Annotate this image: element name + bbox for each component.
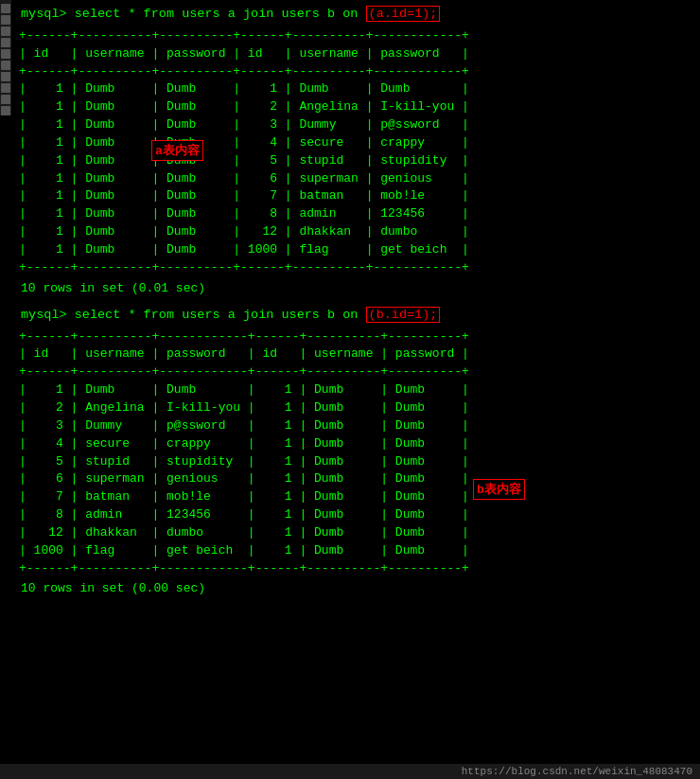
query2-highlight: (b.id=1); bbox=[366, 307, 441, 323]
query1-line: mysql> select * from users a join users … bbox=[11, 0, 700, 27]
table1-row-9: | 1 | Dumb | Dumb | 12 | dhakkan | dumbo… bbox=[15, 223, 696, 241]
table2-header-border: +------+----------+------------+------+-… bbox=[15, 363, 696, 381]
query2-text: select * from users a join users b on bbox=[67, 308, 366, 322]
footer-bar: https://blog.csdn.net/weixin_48083470 bbox=[0, 764, 700, 779]
query1-highlight: (a.id=1); bbox=[366, 6, 441, 22]
table1-row-1: | 1 | Dumb | Dumb | 1 | Dumb | Dumb | bbox=[15, 80, 696, 98]
table2-container: +------+----------+------------+------+-… bbox=[11, 328, 700, 578]
table2-row-5: | 5 | stupid | stupidity | 1 | Dumb | Du… bbox=[15, 453, 696, 471]
query1-text: select * from users a join users b on bbox=[67, 7, 366, 21]
main-content: mysql> select * from users a join users … bbox=[11, 0, 700, 601]
table1-row-7: | 1 | Dumb | Dumb | 7 | batman | mob!le … bbox=[15, 187, 696, 205]
table1-bottom-border: +------+----------+----------+------+---… bbox=[15, 259, 696, 277]
table2-row-3: | 3 | Dummy | p@ssword | 1 | Dumb | Dumb… bbox=[15, 417, 696, 435]
sidebar-icon-5 bbox=[1, 49, 10, 59]
table2-row-8: | 8 | admin | 123456 | 1 | Dumb | Dumb | bbox=[15, 506, 696, 524]
table1-row-4: | 1 | Dumb | Dumb | 4 | secure | crappy … bbox=[15, 134, 696, 152]
sidebar-icon-10 bbox=[1, 106, 10, 115]
terminal-window: mysql> select * from users a join users … bbox=[0, 0, 700, 779]
annotation2-label: b表内容 bbox=[473, 479, 525, 500]
table1-header-border: +------+----------+----------+------+---… bbox=[15, 63, 696, 81]
table1-row-3: | 1 | Dumb | Dumb | 3 | Dummy | p@ssword… bbox=[15, 116, 696, 134]
table1-row-8: | 1 | Dumb | Dumb | 8 | admin | 123456 | bbox=[15, 205, 696, 223]
table2-row-2: | 2 | Angelina | I-kill-you | 1 | Dumb |… bbox=[15, 399, 696, 417]
footer-url: https://blog.csdn.net/weixin_48083470 bbox=[462, 766, 692, 777]
table1-row-2: | 1 | Dumb | Dumb | 2 | Angelina | I-kil… bbox=[15, 98, 696, 116]
table1-row-10: | 1 | Dumb | Dumb | 1000 | flag | get be… bbox=[15, 241, 696, 259]
table2-header: | id | username | password | id | userna… bbox=[15, 345, 696, 363]
table2-row-1: | 1 | Dumb | Dumb | 1 | Dumb | Dumb | bbox=[15, 381, 696, 399]
table2-row-7: | 7 | batman | mob!le | 1 | Dumb | Dumb … bbox=[15, 488, 696, 506]
prompt1: mysql> bbox=[21, 7, 67, 21]
result1-line: 10 rows in set (0.01 sec) bbox=[11, 277, 700, 301]
table1-row-5: | 1 | Dumb | Dumb | 5 | stupid | stupidi… bbox=[15, 152, 696, 170]
table2-row-4: | 4 | secure | crappy | 1 | Dumb | Dumb … bbox=[15, 435, 696, 453]
table1-header: | id | username | password | id | userna… bbox=[15, 45, 696, 63]
sidebar-icon-6 bbox=[1, 61, 10, 70]
query2-line: mysql> select * from users a join users … bbox=[11, 301, 700, 328]
sidebar-icon-8 bbox=[1, 83, 10, 93]
table2-top-border: +------+----------+------------+------+-… bbox=[15, 328, 696, 346]
left-sidebar bbox=[0, 0, 11, 115]
sidebar-icon-3 bbox=[1, 27, 10, 36]
table1-container: +------+----------+----------+------+---… bbox=[11, 27, 700, 277]
table1-row-6: | 1 | Dumb | Dumb | 6 | superman | genio… bbox=[15, 170, 696, 188]
prompt2: mysql> bbox=[21, 308, 67, 322]
table2-bottom-border: +------+----------+------------+------+-… bbox=[15, 560, 696, 578]
sidebar-icon-9 bbox=[1, 95, 10, 104]
sidebar-icon-4 bbox=[1, 38, 10, 47]
annotation1-label: a表内容 bbox=[151, 140, 203, 161]
sidebar-icon-2 bbox=[1, 15, 10, 25]
sidebar-icon-1 bbox=[1, 4, 10, 13]
table2-row-6: | 6 | superman | genious | 1 | Dumb | Du… bbox=[15, 470, 696, 488]
table1-top-border: +------+----------+----------+------+---… bbox=[15, 27, 696, 45]
table2-row-10: | 1000 | flag | get beich | 1 | Dumb | D… bbox=[15, 542, 696, 560]
sidebar-icon-7 bbox=[1, 72, 10, 81]
table2-row-9: | 12 | dhakkan | dumbo | 1 | Dumb | Dumb… bbox=[15, 524, 696, 542]
result2-line: 10 rows in set (0.00 sec) bbox=[11, 577, 700, 601]
